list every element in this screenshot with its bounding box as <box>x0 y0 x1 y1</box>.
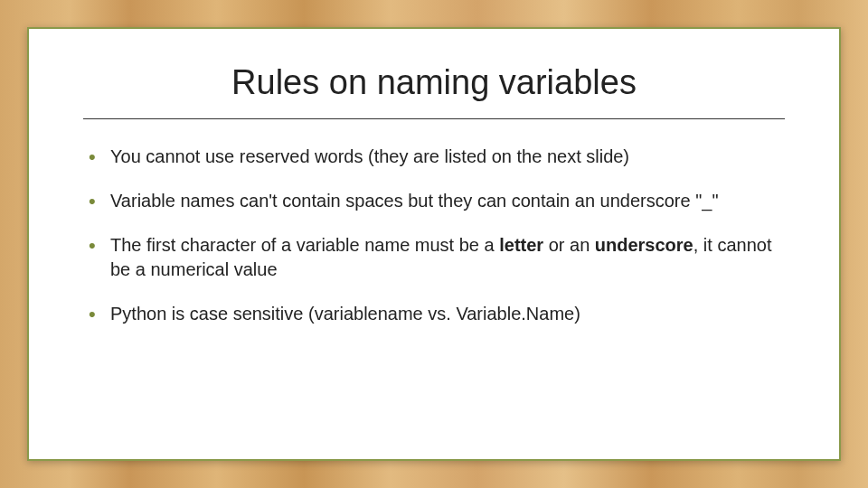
slide: Rules on naming variables You cannot use… <box>27 27 841 461</box>
slide-title: Rules on naming variables <box>83 63 785 102</box>
bullet-list: You cannot use reserved words (they are … <box>83 145 785 326</box>
bullet-item: Variable names can't contain spaces but … <box>83 189 785 213</box>
bullet-item: Python is case sensitive (variablename v… <box>83 302 785 326</box>
bullet-item: You cannot use reserved words (they are … <box>83 145 785 169</box>
title-divider <box>83 118 785 119</box>
bullet-item: The first character of a variable name m… <box>83 233 785 282</box>
